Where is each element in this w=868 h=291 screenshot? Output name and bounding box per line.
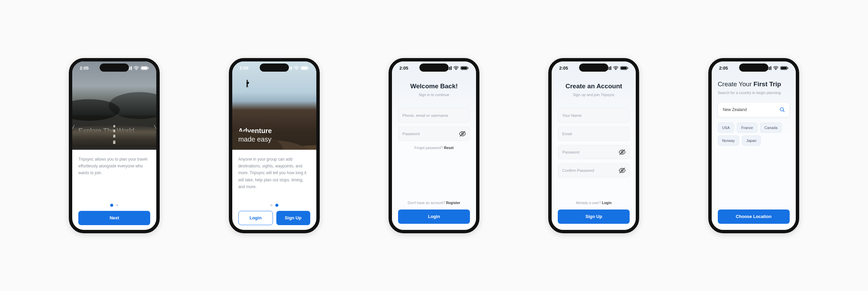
password-field[interactable] bbox=[398, 127, 470, 141]
page-title: Welcome Back! bbox=[398, 83, 470, 90]
page-subtitle: Sign in to continue bbox=[398, 93, 470, 97]
page-subtitle: Search for a country to begin planning bbox=[718, 91, 790, 95]
wifi-icon bbox=[134, 66, 139, 70]
signup-button[interactable]: Sign Up bbox=[276, 211, 310, 225]
chip-canada[interactable]: Canada bbox=[760, 123, 782, 133]
hero-road bbox=[69, 125, 160, 147]
name-input[interactable] bbox=[561, 113, 626, 118]
name-field[interactable] bbox=[558, 108, 630, 123]
device-notch bbox=[579, 63, 608, 72]
battery-icon bbox=[460, 66, 469, 70]
device-frame-signup: 2:05 Create an Account Sign up and join … bbox=[548, 58, 639, 233]
device-frame-onboarding-2: 2:05 Adventure made easy Anyone in your … bbox=[229, 58, 320, 233]
next-button[interactable]: Next bbox=[78, 211, 150, 225]
battery-icon bbox=[780, 66, 788, 70]
page-dot-1 bbox=[110, 204, 113, 207]
hero-title-line2: made easy bbox=[238, 135, 272, 143]
forgot-password-label: Forgot password? bbox=[414, 146, 444, 150]
confirm-password-input[interactable] bbox=[561, 168, 618, 173]
suggested-countries: USA France Canada Norway Japan bbox=[718, 123, 790, 146]
onboarding-description: Anyone in your group can add destination… bbox=[238, 156, 310, 190]
chip-norway[interactable]: Norway bbox=[718, 135, 739, 146]
page-indicator bbox=[78, 204, 150, 207]
wifi-icon bbox=[453, 66, 459, 70]
register-prefix: Don't have an account? bbox=[408, 201, 446, 205]
chip-france[interactable]: France bbox=[737, 123, 757, 133]
wifi-icon bbox=[773, 66, 778, 70]
onboarding-description: Tripsync allows you to plan your travel … bbox=[78, 156, 150, 177]
identity-input[interactable] bbox=[402, 113, 466, 118]
login-link[interactable]: Login bbox=[602, 201, 612, 205]
status-time: 2:05 bbox=[80, 66, 88, 71]
device-notch bbox=[260, 63, 289, 72]
battery-icon bbox=[301, 66, 309, 70]
choose-location-button[interactable]: Choose Location bbox=[718, 210, 790, 224]
login-prefix: Already a user? bbox=[576, 201, 602, 205]
page-dot-2 bbox=[116, 204, 118, 206]
status-time: 2:05 bbox=[399, 66, 408, 71]
device-notch bbox=[100, 63, 129, 72]
password-input[interactable] bbox=[402, 131, 459, 136]
reset-link[interactable]: Reset bbox=[444, 146, 454, 150]
hero-hiker bbox=[245, 80, 249, 87]
identity-field[interactable] bbox=[398, 108, 470, 123]
signup-submit-button[interactable]: Sign Up bbox=[558, 210, 630, 224]
login-button[interactable]: Login bbox=[238, 211, 273, 225]
email-input[interactable] bbox=[561, 131, 626, 136]
email-field[interactable] bbox=[558, 127, 630, 141]
status-time: 2:05 bbox=[559, 66, 568, 71]
page-title: Create an Account bbox=[558, 83, 630, 90]
password-field[interactable] bbox=[558, 145, 630, 159]
country-search-input[interactable] bbox=[722, 107, 779, 112]
device-frame-login: 2:05 Welcome Back! Sign in to continue bbox=[389, 58, 479, 233]
page-subtitle: Sign up and join Tripsync bbox=[558, 93, 630, 97]
search-icon[interactable] bbox=[779, 107, 785, 113]
wifi-icon bbox=[294, 66, 299, 70]
login-footer: Already a user? Login bbox=[558, 201, 630, 205]
status-time: 2:05 bbox=[240, 66, 249, 71]
register-footer: Don't have an account? Register bbox=[398, 201, 470, 205]
status-time: 2:05 bbox=[719, 66, 728, 71]
device-frame-first-trip: 2:05 Create Your First Trip Search for a… bbox=[708, 58, 799, 233]
forgot-password-row: Forgot password? Reset bbox=[398, 146, 470, 150]
device-notch bbox=[419, 63, 449, 72]
toggle-password-visibility-icon[interactable] bbox=[459, 130, 466, 138]
country-search-field[interactable] bbox=[718, 102, 790, 117]
toggle-password-visibility-icon[interactable] bbox=[618, 148, 626, 156]
chip-japan[interactable]: Japan bbox=[742, 135, 761, 146]
page-dot-2 bbox=[275, 204, 278, 207]
toggle-password-visibility-icon[interactable] bbox=[618, 167, 626, 174]
confirm-password-field[interactable] bbox=[558, 163, 630, 178]
login-submit-button[interactable]: Login bbox=[398, 210, 470, 224]
device-notch bbox=[739, 63, 768, 72]
page-title-bold: First Trip bbox=[753, 80, 781, 88]
page-indicator bbox=[238, 204, 310, 207]
page-dot-1 bbox=[270, 204, 273, 206]
page-title-light: Create Your bbox=[718, 80, 754, 88]
page-title: Create Your First Trip bbox=[718, 80, 790, 88]
device-frame-onboarding-1: 2:05 Explore The World Together Tripsync… bbox=[69, 58, 160, 233]
register-link[interactable]: Register bbox=[446, 201, 460, 205]
battery-icon bbox=[620, 66, 628, 70]
battery-icon bbox=[141, 66, 149, 70]
password-input[interactable] bbox=[561, 150, 618, 154]
wifi-icon bbox=[613, 66, 618, 70]
chip-usa[interactable]: USA bbox=[718, 123, 734, 133]
